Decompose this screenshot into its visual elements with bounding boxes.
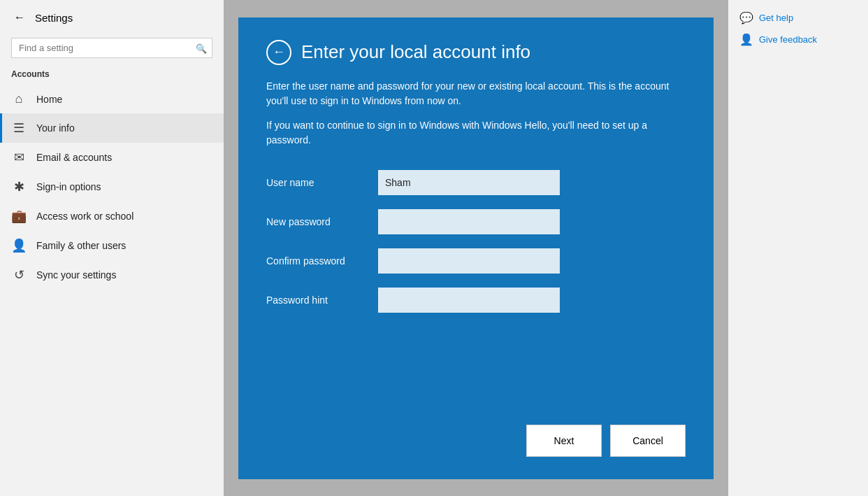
sidebar-item-home[interactable]: ⌂ Home <box>0 85 224 113</box>
dialog-description-1: Enter the user name and password for you… <box>266 79 686 108</box>
sidebar: ← Settings 🔍 Accounts ⌂ Home ☰ Your info… <box>0 0 224 496</box>
sidebar-header: ← Settings <box>0 0 224 35</box>
local-account-dialog: ← Enter your local account info Enter th… <box>238 17 714 479</box>
sidebar-item-email-accounts-label: Email & accounts <box>36 152 112 163</box>
search-input[interactable] <box>11 38 212 58</box>
help-icon: 💬 <box>739 11 753 24</box>
sidebar-search-container: 🔍 <box>11 38 212 58</box>
briefcase-icon: 💼 <box>11 208 27 224</box>
next-button[interactable]: Next <box>526 425 602 457</box>
new-password-input[interactable] <box>378 209 560 234</box>
password-hint-label: Password hint <box>266 295 364 306</box>
lock-icon: ✱ <box>11 179 27 194</box>
sidebar-back-button[interactable]: ← <box>11 8 28 27</box>
sidebar-item-sign-in-options-label: Sign-in options <box>36 181 101 192</box>
confirm-password-row: Confirm password <box>266 248 686 274</box>
home-icon: ⌂ <box>11 92 27 106</box>
username-input[interactable] <box>378 170 560 195</box>
dialog-overlay: ← Enter your local account info Enter th… <box>224 0 728 496</box>
right-panel: 💬 Get help 👤 Give feedback <box>728 0 868 496</box>
sidebar-item-your-info-label: Your info <box>36 122 75 134</box>
sidebar-item-family[interactable]: 👤 Family & other users <box>0 231 224 260</box>
give-feedback-label: Give feedback <box>759 34 817 45</box>
dialog-header: ← Enter your local account info <box>266 40 686 65</box>
dialog-description-2: If you want to continue to sign in to Wi… <box>266 118 686 148</box>
username-label: User name <box>266 177 364 188</box>
give-feedback-item[interactable]: 👤 Give feedback <box>739 33 857 46</box>
sidebar-item-email-accounts[interactable]: ✉ Email & accounts <box>0 143 224 172</box>
sync-icon: ↺ <box>11 267 27 283</box>
confirm-password-label: Confirm password <box>266 255 364 267</box>
password-hint-input[interactable] <box>378 288 560 313</box>
password-hint-row: Password hint <box>266 288 686 313</box>
username-row: User name <box>266 170 686 195</box>
sidebar-item-access-work-label: Access work or school <box>36 211 133 222</box>
dialog-back-button[interactable]: ← <box>266 40 291 65</box>
family-icon: 👤 <box>11 238 27 253</box>
sidebar-item-sync[interactable]: ↺ Sync your settings <box>0 260 224 290</box>
email-icon: ✉ <box>11 150 27 165</box>
main-content: ← Enter your local account info Enter th… <box>224 0 728 496</box>
cancel-button[interactable]: Cancel <box>610 425 686 457</box>
dialog-footer: Next Cancel <box>266 397 686 457</box>
get-help-item[interactable]: 💬 Get help <box>739 11 857 24</box>
feedback-icon: 👤 <box>739 33 753 46</box>
sidebar-item-sign-in-options[interactable]: ✱ Sign-in options <box>0 172 224 201</box>
sidebar-item-your-info[interactable]: ☰ Your info <box>0 113 224 143</box>
sidebar-item-sync-label: Sync your settings <box>36 269 116 281</box>
dialog-title: Enter your local account info <box>301 41 530 63</box>
person-icon: ☰ <box>11 120 27 136</box>
confirm-password-input[interactable] <box>378 248 560 274</box>
new-password-row: New password <box>266 209 686 234</box>
sidebar-item-family-label: Family & other users <box>36 240 126 251</box>
sidebar-item-access-work[interactable]: 💼 Access work or school <box>0 201 224 231</box>
get-help-label: Get help <box>759 13 793 23</box>
accounts-label: Accounts <box>0 66 224 85</box>
search-icon: 🔍 <box>196 43 207 53</box>
sidebar-item-home-label: Home <box>36 94 62 105</box>
new-password-label: New password <box>266 216 364 227</box>
sidebar-title: Settings <box>35 12 73 24</box>
